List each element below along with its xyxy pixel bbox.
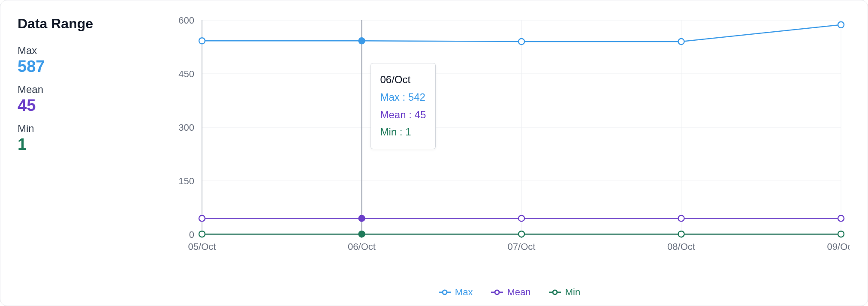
svg-text:450: 450 [178, 69, 194, 79]
legend-label-min: Min [565, 287, 580, 298]
svg-point-44 [443, 290, 447, 294]
svg-point-40 [518, 231, 524, 237]
legend-label-mean: Mean [507, 287, 531, 298]
svg-point-36 [678, 216, 684, 222]
svg-point-39 [359, 231, 365, 237]
card-title: Data Range [18, 16, 163, 32]
legend-swatch-mean-icon [491, 289, 503, 295]
svg-point-33 [199, 216, 205, 222]
svg-point-29 [359, 38, 365, 44]
svg-point-32 [838, 22, 844, 28]
svg-point-31 [678, 39, 684, 45]
min-value: 1 [18, 135, 163, 154]
svg-text:07/Oct: 07/Oct [508, 241, 536, 252]
svg-text:08/Oct: 08/Oct [667, 241, 695, 252]
svg-point-46 [495, 290, 499, 294]
legend-item-mean[interactable]: Mean [491, 287, 531, 298]
svg-point-35 [518, 216, 524, 222]
svg-text:09/Oct: 09/Oct [827, 241, 850, 252]
line-chart[interactable]: 015030045060005/Oct06/Oct07/Oct08/Oct09/… [163, 16, 850, 264]
svg-point-42 [838, 231, 844, 237]
svg-point-30 [518, 39, 524, 45]
svg-point-48 [553, 290, 557, 294]
legend-swatch-max-icon [439, 289, 451, 295]
svg-text:06/Oct: 06/Oct [348, 241, 376, 252]
mean-label: Mean [18, 84, 163, 96]
legend-label-max: Max [455, 287, 473, 298]
svg-text:0: 0 [189, 229, 194, 240]
stats-sidebar: Data Range Max 587 Mean 45 Min 1 [18, 16, 163, 298]
svg-text:150: 150 [178, 176, 194, 186]
svg-point-34 [359, 216, 365, 222]
max-value: 587 [18, 57, 163, 76]
svg-point-41 [678, 231, 684, 237]
svg-point-37 [838, 216, 844, 222]
chart-area: 015030045060005/Oct06/Oct07/Oct08/Oct09/… [163, 16, 856, 298]
chart-legend: Max Mean Min [163, 287, 856, 298]
svg-text:05/Oct: 05/Oct [188, 241, 216, 252]
svg-text:300: 300 [178, 122, 194, 133]
svg-text:600: 600 [178, 16, 194, 26]
legend-item-min[interactable]: Min [549, 287, 580, 298]
data-range-card: Data Range Max 587 Mean 45 Min 1 0150300… [0, 0, 868, 306]
mean-value: 45 [18, 96, 163, 115]
legend-swatch-min-icon [549, 289, 561, 295]
min-label: Min [18, 123, 163, 135]
svg-point-28 [199, 38, 205, 44]
max-label: Max [18, 45, 163, 57]
svg-point-38 [199, 231, 205, 237]
legend-item-max[interactable]: Max [439, 287, 473, 298]
